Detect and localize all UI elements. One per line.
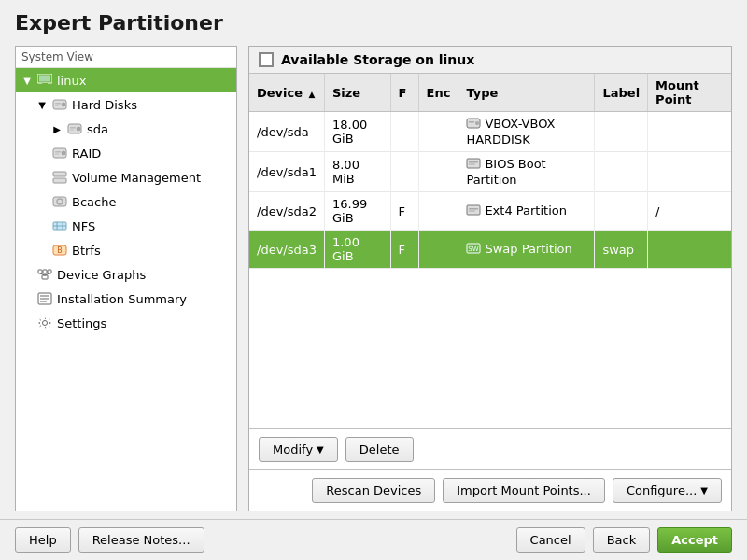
release-notes-button[interactable]: Release Notes... bbox=[78, 527, 204, 553]
table-row[interactable]: /dev/sda216.99 GiBF Ext4 Partition/ bbox=[249, 192, 731, 231]
svg-rect-1 bbox=[39, 76, 50, 82]
table-row[interactable]: /dev/sda18.00 GiB VBOX-VBOX HARDDISK bbox=[249, 112, 731, 152]
svg-rect-28 bbox=[48, 270, 51, 273]
svg-rect-6 bbox=[55, 103, 61, 105]
sidebar-item-hard-disks-label: Hard Disks bbox=[72, 98, 137, 112]
size-cell: 16.99 GiB bbox=[324, 192, 390, 231]
mount-point-cell: / bbox=[648, 192, 731, 231]
enc-cell bbox=[418, 231, 458, 269]
sidebar-item-settings[interactable]: ▶ Setti bbox=[16, 311, 236, 335]
sda-icon bbox=[66, 120, 83, 137]
sidebar-item-raid-label: RAID bbox=[72, 147, 101, 161]
svg-rect-45 bbox=[469, 210, 475, 211]
volume-management-icon bbox=[51, 169, 68, 186]
svg-point-13 bbox=[62, 151, 65, 155]
swap-type-icon: SW bbox=[466, 244, 481, 258]
storage-table: Device ▲ Size F Enc bbox=[249, 74, 731, 428]
col-type[interactable]: Type bbox=[458, 74, 595, 112]
svg-rect-43 bbox=[467, 205, 480, 215]
mount-point-cell bbox=[648, 152, 731, 192]
svg-text:SW: SW bbox=[469, 245, 479, 253]
svg-rect-41 bbox=[469, 161, 478, 163]
sidebar-item-btrfs[interactable]: ▶ B Btrfs bbox=[16, 238, 236, 262]
svg-rect-39 bbox=[469, 121, 474, 123]
f-cell bbox=[390, 152, 418, 192]
sidebar-item-installation-summary[interactable]: ▶ Installation Summary bbox=[16, 287, 236, 311]
device-graphs-icon bbox=[36, 266, 53, 283]
device-cell: /dev/sda1 bbox=[249, 152, 324, 192]
table-row[interactable]: /dev/sda31.00 GiBF SW Swap Partitionswap bbox=[249, 231, 731, 269]
svg-rect-7 bbox=[55, 105, 59, 106]
storage-table-element: Device ▲ Size F Enc bbox=[249, 74, 731, 269]
enc-cell bbox=[418, 192, 458, 231]
cancel-button[interactable]: Cancel bbox=[516, 527, 585, 553]
settings-icon bbox=[36, 315, 53, 331]
raid-icon bbox=[51, 145, 68, 161]
sidebar-item-sda-label: sda bbox=[87, 122, 108, 136]
panel-title: Available Storage on linux bbox=[281, 52, 474, 67]
f-cell: F bbox=[390, 231, 418, 269]
col-device[interactable]: Device ▲ bbox=[249, 74, 324, 112]
table-row[interactable]: /dev/sda18.00 MiB BIOS Boot Partition bbox=[249, 152, 731, 192]
mount-point-cell bbox=[648, 231, 731, 269]
rescan-devices-button[interactable]: Rescan Devices bbox=[312, 478, 435, 503]
col-mount-point[interactable]: Mount Point bbox=[648, 74, 731, 112]
back-button[interactable]: Back bbox=[593, 527, 651, 553]
expand-arrow-sda: ▶ bbox=[51, 124, 63, 134]
size-cell: 8.00 MiB bbox=[324, 152, 390, 192]
sidebar-item-sda[interactable]: ▶ sda bbox=[16, 117, 236, 141]
svg-rect-17 bbox=[53, 178, 66, 183]
svg-rect-44 bbox=[469, 208, 478, 210]
col-label[interactable]: Label bbox=[595, 74, 648, 112]
svg-point-5 bbox=[62, 103, 65, 106]
label-cell bbox=[595, 152, 648, 192]
sidebar-item-volume-management[interactable]: ▶ Volume Management bbox=[16, 165, 236, 189]
svg-rect-10 bbox=[70, 127, 76, 129]
enc-cell bbox=[418, 112, 458, 152]
sidebar-item-hard-disks[interactable]: ▼ Hard Disks bbox=[16, 92, 236, 117]
label-cell bbox=[595, 112, 648, 152]
sort-arrow-device: ▲ bbox=[309, 90, 316, 99]
configure-dropdown-arrow: ▼ bbox=[700, 485, 708, 496]
size-cell: 1.00 GiB bbox=[324, 231, 390, 269]
panel-checkbox[interactable] bbox=[259, 52, 274, 67]
delete-button[interactable]: Delete bbox=[345, 437, 414, 462]
sidebar-item-linux[interactable]: ▼ linux bbox=[16, 68, 236, 92]
svg-rect-11 bbox=[70, 130, 74, 131]
panel-header: Available Storage on linux bbox=[249, 47, 731, 74]
svg-rect-26 bbox=[38, 270, 42, 273]
label-cell bbox=[595, 192, 648, 231]
col-enc[interactable]: Enc bbox=[418, 74, 458, 112]
sidebar-item-bcache[interactable]: ▶ Bcache bbox=[16, 189, 236, 214]
import-mount-points-button[interactable]: Import Mount Points... bbox=[443, 478, 605, 503]
configure-button[interactable]: Configure... ▼ bbox=[613, 478, 722, 503]
sidebar-item-linux-label: linux bbox=[57, 74, 86, 88]
svg-rect-40 bbox=[467, 159, 480, 168]
bottom-actions: Rescan Devices Import Mount Points... Co… bbox=[249, 469, 731, 511]
footer-bar: Help Release Notes... Cancel Back Accept bbox=[0, 519, 747, 560]
help-button[interactable]: Help bbox=[15, 527, 71, 553]
modify-button[interactable]: Modify ▼ bbox=[259, 437, 338, 462]
svg-rect-14 bbox=[55, 151, 61, 153]
installation-summary-icon bbox=[36, 290, 53, 307]
mount-point-cell bbox=[648, 112, 731, 152]
f-cell bbox=[390, 112, 418, 152]
sidebar-item-nfs[interactable]: ▶ NFS bbox=[16, 214, 236, 238]
device-cell: /dev/sda3 bbox=[249, 231, 324, 269]
nfs-icon bbox=[51, 217, 68, 234]
accept-button[interactable]: Accept bbox=[657, 527, 732, 553]
type-cell: BIOS Boot Partition bbox=[458, 152, 595, 192]
col-f[interactable]: F bbox=[390, 74, 418, 112]
hard-disks-icon bbox=[51, 96, 68, 113]
col-size[interactable]: Size bbox=[324, 74, 390, 112]
btrfs-icon: B bbox=[51, 242, 68, 259]
sidebar-item-installation-summary-label: Installation Summary bbox=[57, 292, 187, 306]
bcache-icon bbox=[51, 193, 68, 210]
partition-type-icon bbox=[466, 159, 481, 173]
sidebar-item-raid[interactable]: ▶ RAID bbox=[16, 141, 236, 165]
sidebar-item-device-graphs[interactable]: ▶ Device Graphs bbox=[16, 262, 236, 287]
f-cell: F bbox=[390, 192, 418, 231]
sidebar: System View ▼ linux bbox=[15, 46, 237, 511]
svg-rect-27 bbox=[43, 270, 47, 273]
modify-dropdown-arrow: ▼ bbox=[317, 444, 324, 455]
